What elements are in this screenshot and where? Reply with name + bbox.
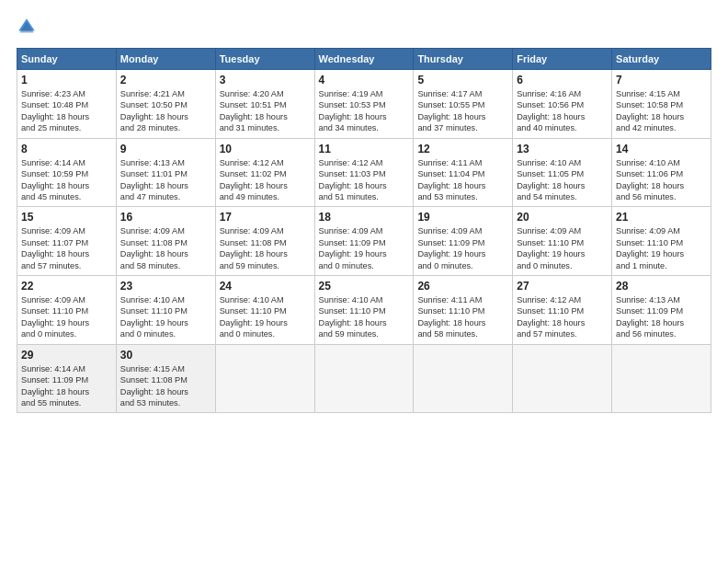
day-number: 29: [21, 349, 112, 362]
day-number: 17: [220, 211, 311, 224]
calendar-week-row: 8Sunrise: 4:14 AM Sunset: 10:59 PM Dayli…: [17, 138, 711, 207]
day-info: Sunrise: 4:20 AM Sunset: 10:51 PM Daylig…: [220, 88, 311, 134]
calendar-table: SundayMondayTuesdayWednesdayThursdayFrid…: [17, 48, 711, 413]
day-info: Sunrise: 4:09 AM Sunset: 11:07 PM Daylig…: [21, 225, 112, 271]
calendar-cell: 21Sunrise: 4:09 AM Sunset: 11:10 PM Dayl…: [612, 207, 711, 276]
day-number: 9: [120, 143, 211, 155]
day-number: 11: [319, 143, 410, 155]
calendar-cell: 19Sunrise: 4:09 AM Sunset: 11:09 PM Dayl…: [414, 207, 513, 276]
calendar-cell: 11Sunrise: 4:12 AM Sunset: 11:03 PM Dayl…: [314, 138, 414, 207]
day-info: Sunrise: 4:10 AM Sunset: 11:06 PM Daylig…: [616, 157, 707, 203]
calendar-cell: 12Sunrise: 4:11 AM Sunset: 11:04 PM Dayl…: [414, 138, 513, 207]
day-info: Sunrise: 4:09 AM Sunset: 11:10 PM Daylig…: [616, 225, 707, 271]
day-info: Sunrise: 4:13 AM Sunset: 11:09 PM Daylig…: [616, 294, 707, 340]
calendar-cell: 29Sunrise: 4:14 AM Sunset: 11:09 PM Dayl…: [17, 344, 117, 413]
calendar-cell: 16Sunrise: 4:09 AM Sunset: 11:08 PM Dayl…: [116, 207, 215, 276]
calendar-cell: 27Sunrise: 4:12 AM Sunset: 11:10 PM Dayl…: [513, 276, 612, 345]
day-number: 24: [220, 280, 311, 293]
calendar-cell: 10Sunrise: 4:12 AM Sunset: 11:02 PM Dayl…: [215, 138, 314, 207]
day-number: 4: [319, 74, 410, 86]
day-number: 27: [517, 280, 608, 293]
calendar-cell: 7Sunrise: 4:15 AM Sunset: 10:58 PM Dayli…: [612, 70, 711, 139]
day-number: 6: [517, 74, 608, 86]
calendar-header-friday: Friday: [513, 49, 612, 70]
calendar-cell: 1Sunrise: 4:23 AM Sunset: 10:48 PM Dayli…: [17, 70, 117, 139]
calendar-cell: 26Sunrise: 4:11 AM Sunset: 11:10 PM Dayl…: [414, 276, 513, 345]
day-number: 7: [616, 74, 707, 86]
calendar-week-row: 22Sunrise: 4:09 AM Sunset: 11:10 PM Dayl…: [17, 276, 711, 345]
calendar-cell: [612, 344, 711, 413]
calendar-week-row: 1Sunrise: 4:23 AM Sunset: 10:48 PM Dayli…: [17, 70, 711, 139]
calendar-cell: 5Sunrise: 4:17 AM Sunset: 10:55 PM Dayli…: [414, 70, 513, 139]
day-info: Sunrise: 4:15 AM Sunset: 11:08 PM Daylig…: [120, 363, 211, 409]
day-info: Sunrise: 4:21 AM Sunset: 10:50 PM Daylig…: [120, 88, 211, 134]
day-info: Sunrise: 4:09 AM Sunset: 11:09 PM Daylig…: [417, 225, 508, 271]
day-info: Sunrise: 4:12 AM Sunset: 11:10 PM Daylig…: [517, 294, 608, 340]
day-number: 25: [319, 280, 410, 293]
day-info: Sunrise: 4:10 AM Sunset: 11:10 PM Daylig…: [319, 294, 410, 340]
calendar-header-tuesday: Tuesday: [215, 49, 314, 70]
day-number: 16: [120, 211, 211, 224]
day-number: 12: [417, 143, 508, 155]
day-info: Sunrise: 4:12 AM Sunset: 11:03 PM Daylig…: [319, 157, 410, 203]
day-number: 1: [21, 74, 112, 86]
page: SundayMondayTuesdayWednesdayThursdayFrid…: [0, 0, 728, 563]
calendar-cell: 13Sunrise: 4:10 AM Sunset: 11:05 PM Dayl…: [513, 138, 612, 207]
calendar-header-monday: Monday: [116, 49, 215, 70]
calendar-header-wednesday: Wednesday: [314, 49, 414, 70]
day-info: Sunrise: 4:12 AM Sunset: 11:02 PM Daylig…: [220, 157, 311, 203]
header: [17, 17, 711, 37]
calendar-cell: [414, 344, 513, 413]
logo-icon: [17, 17, 37, 37]
calendar-cell: 3Sunrise: 4:20 AM Sunset: 10:51 PM Dayli…: [215, 70, 314, 139]
calendar-cell: [513, 344, 612, 413]
calendar-cell: 14Sunrise: 4:10 AM Sunset: 11:06 PM Dayl…: [612, 138, 711, 207]
day-info: Sunrise: 4:11 AM Sunset: 11:04 PM Daylig…: [417, 157, 508, 203]
day-info: Sunrise: 4:09 AM Sunset: 11:10 PM Daylig…: [21, 294, 112, 340]
day-info: Sunrise: 4:16 AM Sunset: 10:56 PM Daylig…: [517, 88, 608, 134]
day-info: Sunrise: 4:17 AM Sunset: 10:55 PM Daylig…: [417, 88, 508, 134]
day-number: 28: [616, 280, 707, 293]
day-info: Sunrise: 4:15 AM Sunset: 10:58 PM Daylig…: [616, 88, 707, 134]
day-info: Sunrise: 4:23 AM Sunset: 10:48 PM Daylig…: [21, 88, 112, 134]
calendar-cell: 15Sunrise: 4:09 AM Sunset: 11:07 PM Dayl…: [17, 207, 117, 276]
day-number: 20: [517, 211, 608, 224]
calendar-cell: 2Sunrise: 4:21 AM Sunset: 10:50 PM Dayli…: [116, 70, 215, 139]
day-number: 21: [616, 211, 707, 224]
day-number: 2: [120, 74, 211, 86]
day-info: Sunrise: 4:10 AM Sunset: 11:05 PM Daylig…: [517, 157, 608, 203]
day-info: Sunrise: 4:14 AM Sunset: 11:09 PM Daylig…: [21, 363, 112, 409]
calendar-cell: 23Sunrise: 4:10 AM Sunset: 11:10 PM Dayl…: [116, 276, 215, 345]
calendar-cell: 18Sunrise: 4:09 AM Sunset: 11:09 PM Dayl…: [314, 207, 414, 276]
day-number: 3: [220, 74, 311, 86]
day-number: 14: [616, 143, 707, 155]
calendar-cell: 17Sunrise: 4:09 AM Sunset: 11:08 PM Dayl…: [215, 207, 314, 276]
day-info: Sunrise: 4:10 AM Sunset: 11:10 PM Daylig…: [220, 294, 311, 340]
calendar-cell: 25Sunrise: 4:10 AM Sunset: 11:10 PM Dayl…: [314, 276, 414, 345]
day-info: Sunrise: 4:13 AM Sunset: 11:01 PM Daylig…: [120, 157, 211, 203]
calendar-cell: 28Sunrise: 4:13 AM Sunset: 11:09 PM Dayl…: [612, 276, 711, 345]
day-number: 13: [517, 143, 608, 155]
day-info: Sunrise: 4:10 AM Sunset: 11:10 PM Daylig…: [120, 294, 211, 340]
day-number: 18: [319, 211, 410, 224]
calendar-cell: 8Sunrise: 4:14 AM Sunset: 10:59 PM Dayli…: [17, 138, 117, 207]
day-number: 23: [120, 280, 211, 293]
calendar-cell: [215, 344, 314, 413]
day-info: Sunrise: 4:14 AM Sunset: 10:59 PM Daylig…: [21, 157, 112, 203]
day-info: Sunrise: 4:09 AM Sunset: 11:09 PM Daylig…: [319, 225, 410, 271]
calendar-cell: [314, 344, 414, 413]
day-number: 10: [220, 143, 311, 155]
calendar-cell: 30Sunrise: 4:15 AM Sunset: 11:08 PM Dayl…: [116, 344, 215, 413]
day-number: 22: [21, 280, 112, 293]
calendar-cell: 24Sunrise: 4:10 AM Sunset: 11:10 PM Dayl…: [215, 276, 314, 345]
calendar-week-row: 15Sunrise: 4:09 AM Sunset: 11:07 PM Dayl…: [17, 207, 711, 276]
day-info: Sunrise: 4:11 AM Sunset: 11:10 PM Daylig…: [417, 294, 508, 340]
logo: [17, 17, 40, 37]
calendar-cell: 4Sunrise: 4:19 AM Sunset: 10:53 PM Dayli…: [314, 70, 414, 139]
calendar-header-sunday: Sunday: [17, 49, 117, 70]
day-number: 15: [21, 211, 112, 224]
day-number: 26: [417, 280, 508, 293]
day-number: 30: [120, 349, 211, 362]
calendar-cell: 9Sunrise: 4:13 AM Sunset: 11:01 PM Dayli…: [116, 138, 215, 207]
calendar-cell: 22Sunrise: 4:09 AM Sunset: 11:10 PM Dayl…: [17, 276, 117, 345]
